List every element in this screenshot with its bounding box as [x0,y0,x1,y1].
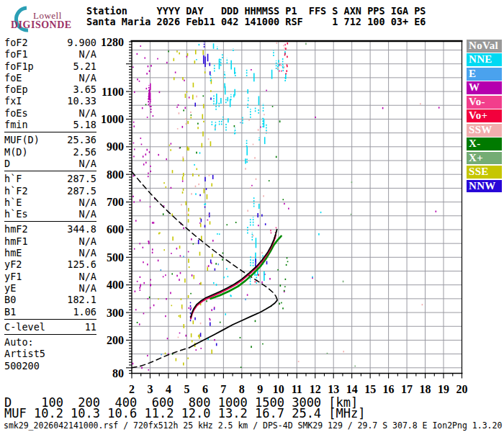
echo-pixel [166,186,167,188]
echo-pixel [150,307,151,308]
echo-pixel [264,114,265,115]
echo-pixel [182,126,184,128]
echo-pixel [245,168,246,169]
echo-pixel [133,143,135,144]
echo-pixel [217,233,218,235]
x-tick-label: 3 [147,383,153,395]
echo-pixel [135,291,136,292]
echo-pixel [282,307,284,309]
echo-pixel [240,337,241,338]
echo-pixel [157,58,158,60]
echo-pixel [208,138,210,140]
echo-pixel [190,293,192,294]
echo-pixel [149,297,150,299]
echo-pixel [148,298,149,300]
y-tick-label: 800 [107,168,124,181]
echo-pixel [202,95,204,96]
echo-pixel [182,156,184,158]
echo-pixel [139,323,140,325]
echo-pixel [262,343,264,345]
echo-pixel [148,369,150,371]
echo-pixel [196,152,197,154]
echo-pixel [196,96,197,98]
echo-pixel [150,206,151,207]
echo-pixel [140,199,141,202]
echo-pixel [215,127,216,128]
legend-item-W: W [467,81,502,94]
echo-pixel [180,255,181,256]
echo-pixel [171,143,172,145]
echo-pixel [165,353,166,355]
echo-pixel [266,90,267,91]
x-tick-label: 6 [202,383,208,395]
echo-pixel [420,103,421,104]
y-tick-label: 80 [112,367,124,379]
legend-item-NNW: NNW [467,180,502,193]
echo-pixel [146,88,148,89]
curve-xtrace-echo [211,236,282,299]
echo-pixel [207,220,209,221]
echo-pixel [158,299,159,300]
echo-pixel [147,264,148,265]
echo-pixel [222,253,224,254]
echo-pixel [140,289,141,291]
echo-pixel [170,149,171,150]
echo-pixel [185,335,186,337]
x-tick-label: 13 [328,383,339,395]
echo-pixel [135,220,137,221]
echo-pixel [132,196,134,197]
y-tick-label: 500 [107,251,124,264]
echo-pixel [152,222,153,224]
echo-pixel [266,132,267,133]
x-tick-label: 20 [456,383,468,395]
muf-row: MUF 10.2 10.3 10.6 11.2 12.0 13.2 16.7 2… [4,408,366,419]
echo-pixel [220,322,221,323]
echo-pixel [146,73,148,75]
x-tick-label: 15 [364,383,376,395]
echo-pixel [382,107,384,109]
x-tick-label: 7 [220,383,226,395]
echo-pixel [135,309,137,310]
echo-pixel [143,163,145,166]
echo-pixel [148,176,149,177]
echo-pixel [150,65,152,67]
echo-pixel [285,48,287,50]
echo-pixel [176,107,178,108]
echo-pixel [230,294,232,297]
echo-pixel [141,144,143,145]
echo-pixel [168,50,169,52]
echo-pixel [195,193,197,194]
echo-pixel [145,104,147,105]
echo-pixel [165,274,166,276]
echo-pixel [171,187,172,189]
echo-pixel [256,179,257,180]
echo-pixel [251,185,253,186]
x-tick-label: 4 [166,383,171,395]
echo-pixel [279,120,281,122]
echo-pixel [171,253,172,254]
echo-pixel [145,162,147,164]
echo-pixel [196,59,197,60]
echo-pixel [190,112,192,113]
echo-pixel [253,235,254,236]
echo-pixel [158,260,159,262]
y-tick-label: 1280 [101,36,124,48]
echo-pixel [166,298,167,300]
x-tick-label: 2 [129,383,135,395]
echo-pixel [167,338,168,339]
echo-pixel [165,315,166,317]
echo-pixel [134,248,135,250]
x-tick-label: 14 [346,383,358,395]
echo-pixel [161,354,162,355]
echo-pixel [180,272,181,274]
x-tick-label: 8 [239,383,245,395]
echo-pixel [286,264,287,266]
echo-pixel [255,320,256,323]
echo-pixel [133,125,135,127]
y-tick-label: 1000 [101,113,124,125]
legend-item-X+: X+ [467,152,502,165]
echo-pixel [177,128,179,130]
echo-pixel [186,212,188,213]
echo-pixel [158,233,160,235]
echo-pixel [198,184,199,185]
